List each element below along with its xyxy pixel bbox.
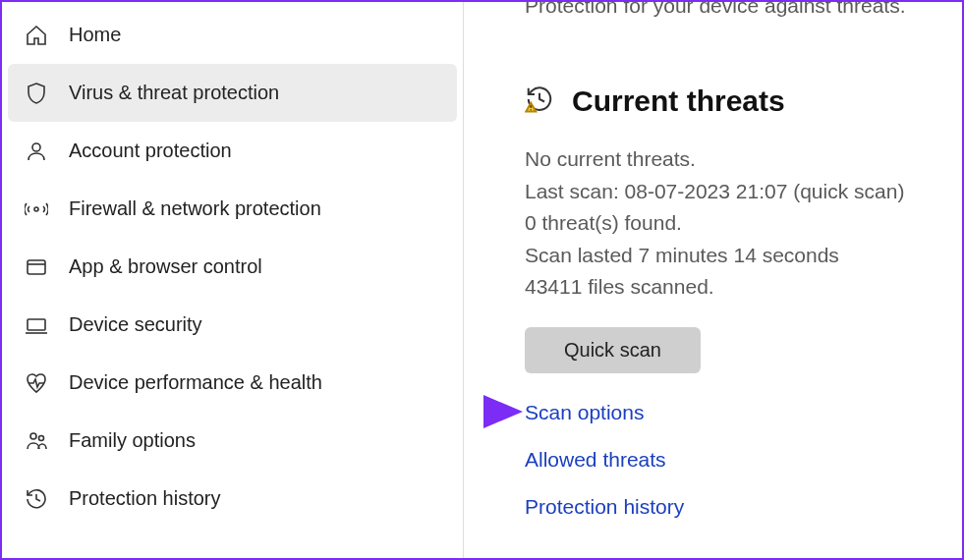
svg-point-10 <box>531 109 533 111</box>
sidebar-item-label: Device performance & health <box>69 371 322 394</box>
heart-pulse-icon <box>24 370 49 396</box>
sidebar: Home Virus & threat protection Account p… <box>2 2 464 558</box>
shield-icon <box>24 81 49 106</box>
sidebar-item-firewall[interactable]: Firewall & network protection <box>2 180 463 238</box>
home-icon <box>24 23 49 48</box>
svg-point-0 <box>32 143 40 151</box>
status-threats-found: 0 threat(s) found. <box>525 207 962 240</box>
svg-rect-4 <box>28 319 45 330</box>
sidebar-item-account[interactable]: Account protection <box>2 122 463 180</box>
svg-point-6 <box>30 433 36 439</box>
status-last-scan: Last scan: 08-07-2023 21:07 (quick scan) <box>525 176 962 208</box>
section-title: Current threats <box>572 84 785 118</box>
account-icon <box>24 139 49 164</box>
sidebar-item-label: Virus & threat protection <box>69 82 279 104</box>
svg-rect-2 <box>28 260 45 274</box>
threat-status: No current threats. Last scan: 08-07-202… <box>525 143 962 304</box>
history-icon <box>24 486 49 512</box>
sidebar-item-app-browser[interactable]: App & browser control <box>2 238 463 296</box>
links-group: Scan options Allowed threats Protection … <box>525 401 962 519</box>
protection-history-link[interactable]: Protection history <box>525 495 962 519</box>
section-header: Current threats <box>525 84 962 118</box>
sidebar-item-label: Account protection <box>69 140 232 162</box>
sidebar-item-label: Protection history <box>69 487 221 510</box>
network-icon <box>24 196 49 222</box>
svg-point-7 <box>39 435 44 440</box>
quick-scan-button[interactable]: Quick scan <box>525 327 701 373</box>
current-threats-section: Current threats No current threats. Last… <box>525 84 962 519</box>
app-icon <box>24 254 49 280</box>
sidebar-item-label: Home <box>69 24 121 46</box>
sidebar-item-label: Firewall & network protection <box>69 197 321 220</box>
sidebar-item-device-security[interactable]: Device security <box>2 296 463 354</box>
status-files-scanned: 43411 files scanned. <box>525 271 962 304</box>
windows-security-window: Home Virus & threat protection Account p… <box>0 0 964 560</box>
main-content: Protection for your device against threa… <box>464 2 962 558</box>
allowed-threats-link[interactable]: Allowed threats <box>525 448 962 472</box>
sidebar-item-label: Device security <box>69 313 202 336</box>
sidebar-item-label: Family options <box>69 429 196 452</box>
sidebar-item-virus-threat[interactable]: Virus & threat protection <box>8 64 457 122</box>
device-icon <box>24 312 49 338</box>
sidebar-item-label: App & browser control <box>69 255 262 278</box>
status-no-threats: No current threats. <box>525 143 962 176</box>
sidebar-item-performance[interactable]: Device performance & health <box>2 354 463 412</box>
family-icon <box>24 428 49 454</box>
history-warning-icon <box>525 84 554 118</box>
status-duration: Scan lasted 7 minutes 14 seconds <box>525 240 962 272</box>
sidebar-item-home[interactable]: Home <box>2 6 463 64</box>
partial-description: Protection for your device against threa… <box>525 0 962 18</box>
sidebar-item-family[interactable]: Family options <box>2 412 463 470</box>
sidebar-item-protection-history[interactable]: Protection history <box>2 470 463 528</box>
svg-point-1 <box>34 207 38 211</box>
scan-options-link[interactable]: Scan options <box>525 401 962 424</box>
